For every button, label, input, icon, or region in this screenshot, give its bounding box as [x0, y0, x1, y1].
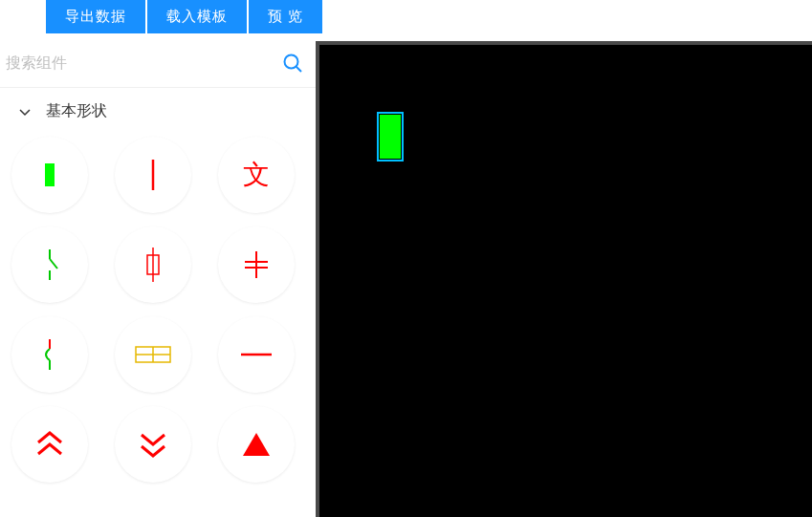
shape-green-rect[interactable] [11, 137, 88, 213]
export-button[interactable]: 导出数据 [46, 0, 145, 33]
red-double-chevron-up-icon [31, 425, 69, 463]
search-row [0, 41, 316, 88]
text-icon: 文 [243, 157, 270, 193]
placed-shape[interactable] [377, 112, 404, 162]
sidebar: 基本形状 文 [0, 41, 316, 517]
canvas[interactable] [319, 45, 812, 517]
main: 基本形状 文 [0, 41, 812, 517]
shape-red-hline[interactable] [218, 316, 295, 393]
red-vertical-line-icon [134, 156, 172, 194]
red-capacitor-icon [134, 246, 172, 284]
red-horizontal-line-icon [237, 335, 275, 374]
svg-rect-2 [45, 163, 55, 186]
placed-shape-body [380, 115, 401, 159]
svg-line-5 [50, 259, 57, 269]
svg-line-1 [296, 67, 302, 73]
toolbar: 导出数据 载入模板 预 览 [0, 0, 812, 41]
shape-red-capacitor[interactable] [115, 226, 191, 303]
shape-green-curve[interactable] [11, 316, 88, 393]
category-label: 基本形状 [46, 101, 107, 121]
preview-button[interactable]: 预 览 [249, 0, 322, 33]
shape-red-vline[interactable] [115, 137, 191, 213]
red-double-chevron-down-icon [134, 425, 172, 463]
shape-grid: 文 [0, 137, 316, 494]
shape-text[interactable]: 文 [218, 137, 295, 213]
green-rect-icon [31, 156, 69, 194]
red-horizontal-cap-icon [237, 246, 275, 284]
shape-red-triangle[interactable] [218, 406, 295, 483]
shape-yellow-table[interactable] [115, 316, 191, 393]
shape-red-chevron-up[interactable] [11, 406, 88, 483]
search-icon[interactable] [281, 52, 304, 75]
shape-green-switch-open[interactable] [11, 226, 88, 303]
canvas-wrap [316, 41, 812, 517]
red-triangle-up-icon [237, 425, 275, 463]
yellow-table-icon [130, 335, 176, 374]
load-template-button[interactable]: 载入模板 [147, 0, 247, 33]
green-curve-icon [31, 335, 69, 374]
category-header[interactable]: 基本形状 [0, 88, 316, 137]
svg-point-0 [285, 55, 298, 69]
search-input[interactable] [2, 49, 281, 77]
green-switch-open-icon [31, 246, 69, 284]
svg-marker-18 [243, 433, 270, 456]
shape-red-chevron-down[interactable] [115, 406, 191, 483]
shape-red-hcap[interactable] [218, 226, 295, 303]
chevron-down-icon [17, 104, 33, 119]
